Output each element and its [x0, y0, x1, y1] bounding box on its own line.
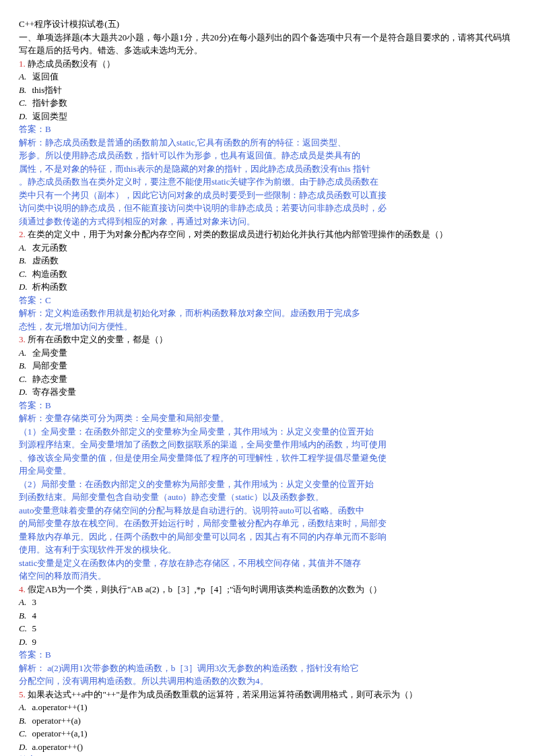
q4-explain-line: 解析： a(2)调用1次带参数的构造函数，b［3］调用3次无参数的构造函数，指针… [19, 662, 515, 675]
q1-option-d: D.返回类型 [19, 110, 515, 123]
q3-explain-line: 到函数结束。局部变量包含自动变量（auto）静态变量（static）以及函数参数… [19, 491, 515, 504]
q3-option-b: B.局部变量 [19, 359, 515, 373]
q4-explain-line: 分配空间，没有调用构造函数。所以共调用构造函数的次数为4。 [19, 674, 515, 688]
q1-explain-line: 类中只有一个拷贝（副本），因此它访问对象的成员时要受到一些限制：静态成员函数可以… [19, 189, 515, 202]
q4-option-d: D.9 [19, 635, 515, 649]
q4-text: 假定AB为一个类，则执行"AB a(2)，b［3］,*p［4］;"语句时调用该类… [28, 584, 382, 594]
q1-explain-line: 形参。所以使用静态成员函数，指针可以作为形参，也具有返回值。静态成员是类具有的 [19, 149, 515, 162]
section-header: 一、单项选择题(本大题共20小题，每小题1分，共20分)在每小题列出的四个备选项… [19, 31, 515, 57]
q3-option-d: D.寄存器变量 [19, 385, 515, 399]
q4-option-b: B.4 [19, 609, 515, 623]
q2-answer: 答案：C [19, 294, 515, 307]
q1-text: 静态成员函数没有（） [28, 59, 115, 69]
q2-option-b: B.虚函数 [19, 254, 515, 267]
q2-option-d: D.析构函数 [19, 280, 515, 294]
q1-answer: 答案：B [19, 123, 515, 136]
q5-text: 如果表达式++a中的"++"是作为成员函数重载的运算符，若采用运算符函数调用格式… [28, 689, 418, 699]
q2-text: 在类的定义中，用于为对象分配内存空间，对类的数据成员进行初始化并执行其他内部管理… [28, 229, 448, 239]
question-2: 2. 在类的定义中，用于为对象分配内存空间，对类的数据成员进行初始化并执行其他内… [19, 228, 515, 241]
q5-option-c: C.operator++(a,1) [19, 727, 515, 741]
q2-number: 2. [19, 229, 26, 239]
q3-explain-line: 量释放内存单元。因此，任两个函数中的局部变量可以同名，因其占有不同的内存单元而不… [19, 530, 515, 544]
q5-number: 5. [19, 689, 26, 699]
q2-option-c: C.构造函数 [19, 267, 515, 281]
q3-explain-line: 的局部变量存放在栈空间。在函数开始运行时，局部变量被分配内存单元，函数结束时，局… [19, 517, 515, 530]
question-5: 5. 如果表达式++a中的"++"是作为成员函数重载的运算符，若采用运算符函数调… [19, 688, 515, 701]
q1-explain-line: 属性，不是对象的特征，而this表示的是隐藏的对象的指针，因此静态成员函数没有t… [19, 162, 515, 176]
q3-option-c: C.静态变量 [19, 373, 515, 386]
q1-explain-line: 。静态成员函数当在类外定义时，要注意不能使用static关键字作为前缀。由于静态… [19, 175, 515, 189]
q4-option-c: C.5 [19, 622, 515, 635]
q3-explain-line: 用全局变量。 [19, 464, 515, 478]
q1-option-c: C.指针参数 [19, 96, 515, 110]
q3-explain-line: static变量是定义在函数体内的变量，存放在静态存储区，不用栈空间存储，其值并… [19, 557, 515, 570]
q3-explain-line: （2）局部变量：在函数内部定义的变量称为局部变量，其作用域为：从定义变量的位置开… [19, 478, 515, 491]
q3-text: 所有在函数中定义的变量，都是（） [28, 334, 168, 344]
q3-explain-line: 储空间的释放而消失。 [19, 569, 515, 583]
q5-answer: 答案：D [19, 753, 515, 756]
q5-option-d: D.a.operator++() [19, 741, 515, 754]
q3-explain-line: 、修改该全局变量的值，但是使用全局变量降低了程序的可理解性，软件工程学提倡尽量避… [19, 451, 515, 465]
document-title: C++程序设计模拟试卷(五) [19, 18, 515, 31]
question-4: 4. 假定AB为一个类，则执行"AB a(2)，b［3］,*p［4］;"语句时调… [19, 583, 515, 596]
q1-explain-line: 须通过参数传递的方式得到相应的对象，再通过对象来访问。 [19, 215, 515, 228]
q5-option-a: A.a.operator++(1) [19, 701, 515, 714]
q4-number: 4. [19, 584, 26, 594]
q3-explain-line: auto变量意味着变量的存储空间的分配与释放是自动进行的。说明符auto可以省略… [19, 504, 515, 517]
question-1: 1. 静态成员函数没有（） [19, 57, 515, 71]
q3-explain-line: 解析：变量存储类可分为两类：全局变量和局部变量。 [19, 412, 515, 425]
question-3: 3. 所有在函数中定义的变量，都是（） [19, 333, 515, 346]
q1-option-a: A.返回值 [19, 70, 515, 84]
q3-answer: 答案：B [19, 399, 515, 412]
q3-option-a: A.全局变量 [19, 346, 515, 360]
q1-explain-line: 访问类中说明的静态成员，但不能直接访问类中说明的非静态成员；若要访问非静态成员时… [19, 201, 515, 215]
q1-option-b: B.this指针 [19, 84, 515, 97]
q3-number: 3. [19, 334, 26, 344]
q1-number: 1. [19, 59, 26, 69]
q4-option-a: A.3 [19, 596, 515, 609]
q5-option-b: B.operator++(a) [19, 714, 515, 728]
q3-explain-line: 到源程序结束。全局变量增加了函数之间数据联系的渠道，全局变量作用域内的函数，均可… [19, 438, 515, 451]
q3-explain-line: 使用。这有利于实现软件开发的模块化。 [19, 543, 515, 557]
q2-explain-line: 态性，友元增加访问方便性。 [19, 320, 515, 334]
q3-explain-line: （1）全局变量：在函数外部定义的变量称为全局变量，其作用域为：从定义变量的位置开… [19, 425, 515, 439]
q1-explain-line: 解析：静态成员函数是普通的函数前加入static,它具有函数的所有的特征：返回类… [19, 136, 515, 150]
q4-answer: 答案：B [19, 648, 515, 662]
q2-option-a: A.友元函数 [19, 241, 515, 255]
q2-explain-line: 解析：定义构造函数作用就是初始化对象，而析构函数释放对象空间。虚函数用于完成多 [19, 307, 515, 320]
